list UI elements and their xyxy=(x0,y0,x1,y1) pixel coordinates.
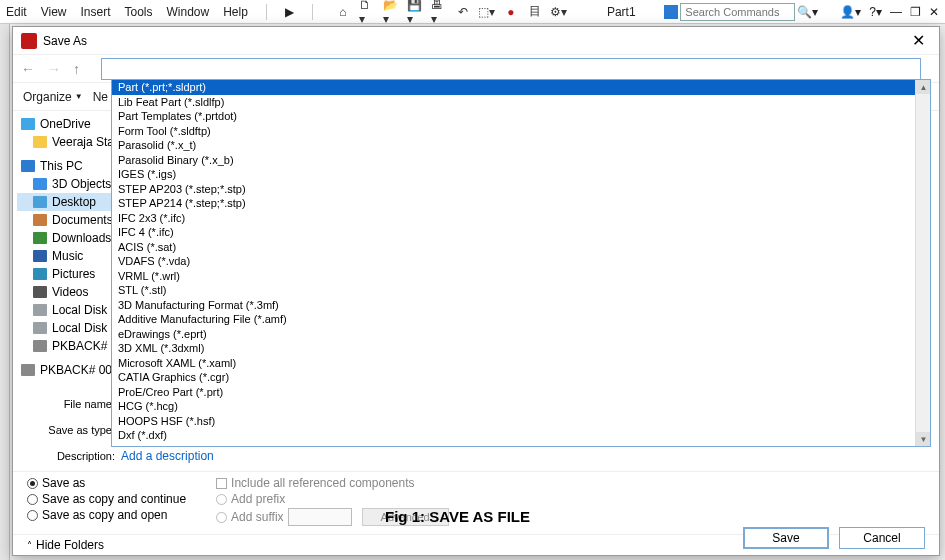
nav-up-icon[interactable]: ↑ xyxy=(73,61,80,77)
file-type-option[interactable]: 3D XML (*.3dxml) xyxy=(112,341,930,356)
dialog-titlebar: Save As ✕ xyxy=(13,27,939,55)
new-doc-icon[interactable]: 🗋▾ xyxy=(359,4,375,20)
cancel-button[interactable]: Cancel xyxy=(839,527,925,549)
tree-item-label: OneDrive xyxy=(40,116,91,132)
file-type-option[interactable]: Dxf (*.dxf) xyxy=(112,428,930,443)
cloud-icon xyxy=(21,118,35,130)
new-folder-button[interactable]: Ne xyxy=(93,90,108,104)
breadcrumb-bar[interactable] xyxy=(101,58,921,80)
rebuild-icon[interactable]: ● xyxy=(503,4,519,20)
file-type-option[interactable]: Microsoft XAML (*.xaml) xyxy=(112,356,930,371)
save-icon[interactable]: 💾▾ xyxy=(407,4,423,20)
file-type-option[interactable]: ProE/Creo Part (*.prt) xyxy=(112,385,930,400)
add-description-link[interactable]: Add a description xyxy=(121,449,214,463)
file-type-option[interactable]: Dwg (*.dwg) xyxy=(112,443,930,448)
home-icon[interactable]: ⌂ xyxy=(335,4,351,20)
file-type-option[interactable]: STEP AP203 (*.step;*.stp) xyxy=(112,182,930,197)
equation-icon[interactable]: 目 xyxy=(527,4,543,20)
file-type-option[interactable]: Lib Feat Part (*.sldlfp) xyxy=(112,95,930,110)
file-type-option[interactable]: STL (*.stl) xyxy=(112,283,930,298)
pic-icon xyxy=(33,268,47,280)
file-type-option[interactable]: Additive Manufacturing File (*.amf) xyxy=(112,312,930,327)
checkbox-icon xyxy=(216,478,227,489)
options-icon[interactable]: ⚙▾ xyxy=(551,4,567,20)
file-type-option[interactable]: HOOPS HSF (*.hsf) xyxy=(112,414,930,429)
opt-add-prefix: Add prefix xyxy=(216,492,448,506)
radio-icon xyxy=(216,494,227,505)
file-type-option[interactable]: Parasolid Binary (*.x_b) xyxy=(112,153,930,168)
std-toolbar: ⌂ 🗋▾ 📂▾ 💾▾ 🖶▾ ↶ ⬚▾ ● 目 ⚙▾ xyxy=(335,4,567,20)
file-type-option[interactable]: HCG (*.hcg) xyxy=(112,399,930,414)
opt-include-refs[interactable]: Include all referenced components xyxy=(216,476,448,490)
radio-icon xyxy=(216,512,227,523)
dialog-buttons: Save Cancel xyxy=(743,527,925,549)
file-type-option[interactable]: ACIS (*.sat) xyxy=(112,240,930,255)
disk-icon xyxy=(33,322,47,334)
divider xyxy=(312,4,313,20)
divider xyxy=(266,4,267,20)
file-type-option[interactable]: IGES (*.igs) xyxy=(112,167,930,182)
select-icon[interactable]: ⬚▾ xyxy=(479,4,495,20)
app-background xyxy=(0,24,10,560)
file-type-option[interactable]: VDAFS (*.vda) xyxy=(112,254,930,269)
file-type-option[interactable]: 3D Manufacturing Format (*.3mf) xyxy=(112,298,930,313)
file-type-option[interactable]: Part Templates (*.prtdot) xyxy=(112,109,930,124)
file-type-option[interactable]: IFC 2x3 (*.ifc) xyxy=(112,211,930,226)
file-type-option[interactable]: CATIA Graphics (*.cgr) xyxy=(112,370,930,385)
search-input[interactable] xyxy=(680,3,795,21)
file-type-option[interactable]: Part (*.prt;*.sldprt) xyxy=(112,80,930,95)
nav-back-icon[interactable]: ← xyxy=(21,61,35,77)
file-type-option[interactable]: IFC 4 (*.ifc) xyxy=(112,225,930,240)
opt-save-as[interactable]: Save as xyxy=(27,476,186,490)
menu-edit[interactable]: Edit xyxy=(6,5,27,19)
save-button[interactable]: Save xyxy=(743,527,829,549)
opt-save-copy-continue[interactable]: Save as copy and continue xyxy=(27,492,186,506)
chevron-up-icon: ˄ xyxy=(27,540,32,551)
dialog-close-icon[interactable]: ✕ xyxy=(906,31,931,50)
user-icon[interactable]: 👤▾ xyxy=(840,5,861,19)
file-type-option[interactable]: eDrawings (*.eprt) xyxy=(112,327,930,342)
usb-icon xyxy=(33,340,47,352)
file-type-option[interactable]: STEP AP214 (*.step;*.stp) xyxy=(112,196,930,211)
tree-item-label: Desktop xyxy=(52,194,96,210)
radio-icon xyxy=(27,478,38,489)
tree-item-label: Documents xyxy=(52,212,113,228)
nav-forward-icon[interactable]: → xyxy=(47,61,61,77)
scroll-down-icon[interactable]: ▼ xyxy=(916,432,931,446)
file-name-label: File name: xyxy=(27,398,121,410)
disk-icon xyxy=(33,304,47,316)
file-type-dropdown: Part (*.prt;*.sldprt)Lib Feat Part (*.sl… xyxy=(111,79,931,447)
radio-icon xyxy=(27,494,38,505)
search-icon[interactable]: 🔍▾ xyxy=(797,5,818,19)
menu-view[interactable]: View xyxy=(41,5,67,19)
print-icon[interactable]: 🖶▾ xyxy=(431,4,447,20)
window-controls: 👤▾ ?▾ — ❐ ✕ xyxy=(840,5,939,19)
folder-icon xyxy=(33,136,47,148)
menu-help[interactable]: Help xyxy=(223,5,248,19)
save-mode-options: Save as Save as copy and continue Save a… xyxy=(27,476,186,528)
menu-insert[interactable]: Insert xyxy=(80,5,110,19)
help-icon[interactable]: ?▾ xyxy=(869,5,882,19)
play-icon[interactable]: ▶ xyxy=(285,5,294,19)
file-type-option[interactable]: Parasolid (*.x_t) xyxy=(112,138,930,153)
scroll-up-icon[interactable]: ▲ xyxy=(916,80,931,94)
menu-window[interactable]: Window xyxy=(167,5,210,19)
minimize-icon[interactable]: — xyxy=(890,5,902,19)
suffix-input xyxy=(288,508,352,526)
opt-save-copy-open[interactable]: Save as copy and open xyxy=(27,508,186,522)
obj-icon xyxy=(33,178,47,190)
pc-icon xyxy=(21,160,35,172)
file-type-option[interactable]: VRML (*.wrl) xyxy=(112,269,930,284)
close-app-icon[interactable]: ✕ xyxy=(929,5,939,19)
radio-icon xyxy=(27,510,38,521)
doc-icon xyxy=(33,214,47,226)
undo-icon[interactable]: ↶ xyxy=(455,4,471,20)
organize-button[interactable]: Organize▼ xyxy=(23,90,83,104)
tree-item-label: This PC xyxy=(40,158,83,174)
tree-item-label: Downloads xyxy=(52,230,111,246)
menu-tools[interactable]: Tools xyxy=(125,5,153,19)
open-icon[interactable]: 📂▾ xyxy=(383,4,399,20)
file-type-option[interactable]: Form Tool (*.sldftp) xyxy=(112,124,930,139)
dropdown-scrollbar[interactable]: ▲ ▼ xyxy=(915,80,930,446)
restore-icon[interactable]: ❐ xyxy=(910,5,921,19)
